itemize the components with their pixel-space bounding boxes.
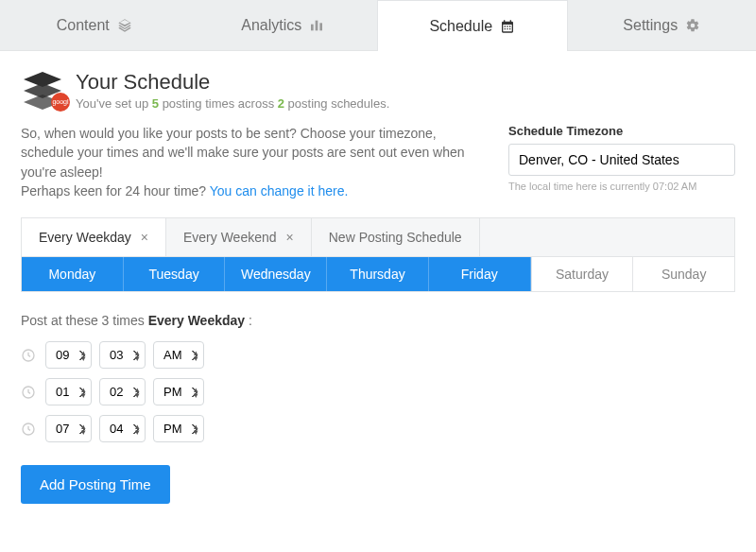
timezone-block: Schedule Timezone The local time here is… bbox=[508, 124, 735, 200]
svg-rect-0 bbox=[311, 24, 314, 30]
tab-analytics[interactable]: Analytics bbox=[189, 0, 378, 50]
ampm-select[interactable]: PM bbox=[153, 415, 204, 442]
schedule-tabs: Every Weekday × Every Weekend × New Post… bbox=[21, 217, 735, 256]
clock-icon bbox=[21, 422, 38, 437]
tab-settings-label: Settings bbox=[623, 17, 678, 34]
page-subtitle: You've set up 5 posting times across 2 p… bbox=[76, 96, 389, 111]
page-header: googl Your Schedule You've set up 5 post… bbox=[21, 70, 735, 111]
hour-select[interactable]: 07 bbox=[45, 415, 92, 442]
schedules-count: 2 bbox=[278, 96, 284, 111]
day-wednesday[interactable]: Wednesday bbox=[225, 257, 327, 291]
schedule-tab-weekend[interactable]: Every Weekend × bbox=[166, 218, 312, 256]
day-monday[interactable]: Monday bbox=[22, 257, 124, 291]
layers-icon bbox=[117, 18, 132, 33]
svg-rect-2 bbox=[320, 23, 323, 30]
add-posting-time-button[interactable]: Add Posting Time bbox=[21, 465, 170, 504]
bar-chart-icon bbox=[309, 18, 324, 33]
hour-select[interactable]: 09 bbox=[45, 341, 92, 369]
calendar-icon bbox=[500, 19, 515, 34]
description-text: So, when would you like your posts to be… bbox=[21, 124, 484, 200]
account-badge: googl bbox=[51, 93, 70, 112]
day-tuesday[interactable]: Tuesday bbox=[124, 257, 226, 291]
description-row: So, when would you like your posts to be… bbox=[21, 124, 735, 200]
posting-times-count: 5 bbox=[152, 96, 159, 111]
page-content: googl Your Schedule You've set up 5 post… bbox=[0, 51, 756, 523]
svg-rect-1 bbox=[316, 20, 318, 30]
tab-content-label: Content bbox=[57, 17, 110, 34]
tab-schedule[interactable]: Schedule bbox=[377, 0, 568, 51]
time-row: 07▴▾ 04▴▾ PM▴▾ bbox=[21, 415, 735, 442]
clock-icon bbox=[21, 348, 38, 363]
tab-schedule-label: Schedule bbox=[429, 18, 492, 35]
minute-select[interactable]: 02 bbox=[99, 378, 146, 405]
tab-settings[interactable]: Settings bbox=[568, 0, 757, 50]
gear-icon bbox=[685, 18, 700, 33]
page-title: Your Schedule bbox=[76, 70, 389, 95]
top-nav: Content Analytics Schedule Settings bbox=[0, 0, 756, 51]
time-row: 09▴▾ 03▴▾ AM▴▾ bbox=[21, 341, 735, 369]
ampm-select[interactable]: PM bbox=[153, 378, 204, 405]
day-sunday[interactable]: Sunday bbox=[632, 257, 734, 291]
change-time-format-link[interactable]: You can change it here. bbox=[210, 183, 349, 198]
schedule-tab-new[interactable]: New Posting Schedule bbox=[312, 218, 480, 256]
timezone-input[interactable] bbox=[508, 144, 735, 176]
posting-times-label: Post at these 3 times Every Weekday : bbox=[21, 313, 735, 328]
minute-select[interactable]: 03 bbox=[99, 341, 146, 369]
days-row: Monday Tuesday Wednesday Thursday Friday… bbox=[21, 256, 735, 292]
day-thursday[interactable]: Thursday bbox=[327, 257, 429, 291]
app-logo: googl bbox=[21, 72, 64, 110]
minute-select[interactable]: 04 bbox=[99, 415, 146, 442]
tab-content[interactable]: Content bbox=[0, 0, 189, 50]
day-saturday[interactable]: Saturday bbox=[531, 257, 633, 291]
clock-icon bbox=[21, 385, 38, 400]
close-icon[interactable]: × bbox=[141, 230, 148, 245]
close-icon[interactable]: × bbox=[286, 230, 294, 245]
day-friday[interactable]: Friday bbox=[429, 257, 531, 291]
hour-select[interactable]: 01 bbox=[45, 378, 92, 405]
timezone-hint: The local time here is currently 07:02 A… bbox=[508, 181, 735, 192]
timezone-label: Schedule Timezone bbox=[508, 124, 735, 138]
time-row: 01▴▾ 02▴▾ PM▴▾ bbox=[21, 378, 735, 405]
tab-analytics-label: Analytics bbox=[241, 17, 301, 34]
schedule-tab-weekday[interactable]: Every Weekday × bbox=[22, 218, 166, 256]
ampm-select[interactable]: AM bbox=[153, 341, 204, 369]
